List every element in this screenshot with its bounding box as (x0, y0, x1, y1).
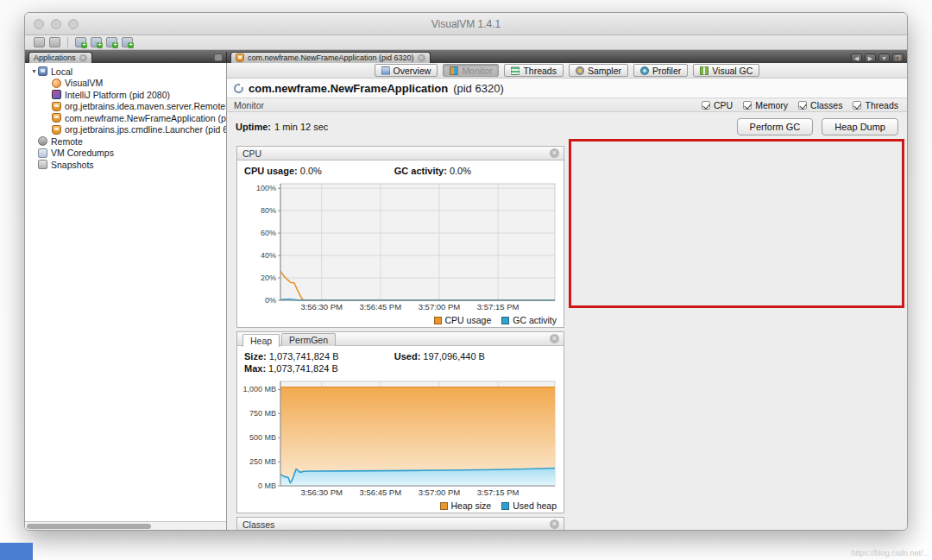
main-content: OverviewMonitorThreadsSamplerProfilerVis… (227, 63, 907, 530)
tree-item-snapshots[interactable]: Snapshots (25, 159, 226, 171)
close-window-button[interactable] (34, 19, 44, 29)
tab-threads[interactable]: Threads (504, 64, 564, 77)
checkbox-label: Memory (755, 100, 788, 110)
scroll-tabs-left-icon[interactable]: ◀ (851, 53, 862, 62)
view-tabs: OverviewMonitorThreadsSamplerProfilerVis… (227, 63, 907, 79)
legend-swatch (501, 317, 509, 324)
checkbox-checked-icon[interactable] (798, 101, 807, 110)
cpu-panel: CPU × CPU usage: 0.0%GC activity: 0.0% 0… (236, 146, 564, 328)
heap-stats: Size: 1,073,741,824 BMax: 1,073,741,824 … (237, 346, 564, 376)
sidebar-tab-area: Applications × (25, 52, 227, 63)
applications-tree: ▼LocalVisualVMIntelliJ Platform (pid 208… (25, 63, 226, 521)
page: VisualVM 1.4.1 ++++ Applications × com.n… (0, 0, 932, 560)
stat-cpu-usage: CPU usage: 0.0% (244, 165, 394, 177)
plus-badge-icon: + (81, 42, 87, 48)
tab-monitor[interactable]: Monitor (443, 64, 499, 77)
tab-visual-gc[interactable]: Visual GC (693, 64, 759, 77)
tab-overview[interactable]: Overview (375, 64, 438, 77)
tab-list-dropdown-icon[interactable]: ▼ (878, 53, 890, 62)
svg-text:3:57:15 PM: 3:57:15 PM (477, 488, 520, 497)
stat-max: Max: 1,073,741,824 B (244, 362, 394, 374)
close-icon[interactable]: × (550, 519, 559, 529)
tree-item-intellij-platform-pid-2080-[interactable]: IntelliJ Platform (pid 2080) (25, 89, 226, 101)
stats-column: GC activity: 0.0% (394, 165, 557, 177)
perform-gc-button[interactable]: Perform GC (737, 118, 814, 135)
svg-text:500 MB: 500 MB (249, 433, 276, 442)
checkbox-threads[interactable]: Threads (853, 100, 898, 110)
plus-badge-icon: + (128, 42, 134, 48)
svg-text:1,000 MB: 1,000 MB (242, 385, 276, 393)
tree-item-vm-coredumps[interactable]: VM Coredumps (25, 148, 226, 160)
svg-text:20%: 20% (261, 274, 276, 282)
classes-panel-title: Classes (242, 519, 550, 530)
tree-item-label: org.jetbrains.idea.maven.server.RemoteMa… (65, 101, 226, 111)
tree-item-visualvm[interactable]: VisualVM (25, 78, 226, 90)
tab-label: Profiler (652, 66, 681, 76)
charts-grid: CPU × CPU usage: 0.0%GC activity: 0.0% 0… (227, 142, 907, 531)
svg-text:40%: 40% (261, 251, 276, 260)
stat-size: Size: 1,073,741,824 B (244, 350, 394, 362)
add-vm-coredump-icon[interactable]: + (106, 37, 117, 47)
tab-sampler[interactable]: Sampler (569, 64, 628, 77)
checkbox-checked-icon[interactable] (702, 101, 710, 110)
scroll-tabs-right-icon[interactable]: ▶ (865, 53, 876, 62)
tab-label: Visual GC (712, 66, 753, 76)
minimize-window-button[interactable] (51, 19, 61, 29)
tab-label: Threads (523, 66, 557, 76)
svg-text:750 MB: 750 MB (249, 409, 276, 418)
traffic-lights (34, 19, 79, 29)
minimize-panel-icon[interactable] (214, 53, 223, 61)
refresh-icon (234, 84, 243, 93)
tab-heap[interactable]: Heap (242, 334, 280, 347)
add-application-icon[interactable]: + (75, 37, 86, 47)
checkbox-label: Threads (865, 100, 898, 110)
svg-text:3:57:00 PM: 3:57:00 PM (419, 488, 461, 497)
expander-icon[interactable]: ▼ (30, 68, 38, 74)
close-icon[interactable]: × (550, 148, 559, 158)
applications-tab[interactable]: Applications × (28, 52, 92, 63)
legend-item: GC activity (501, 315, 557, 325)
tab-strip: Applications × com.newframe.NewFrameAppl… (25, 50, 907, 63)
checkbox-memory[interactable]: Memory (743, 100, 788, 110)
section-title: Monitor (234, 100, 702, 110)
heap-panel: Heap PermGen × Size: 1,073,741,824 BMax:… (236, 331, 564, 513)
zoom-window-button[interactable] (68, 19, 79, 29)
document-tab[interactable]: com.newframe.NewFrameApplication (pid 63… (230, 52, 431, 63)
close-icon[interactable]: × (418, 54, 425, 62)
add-snapshot-icon[interactable]: + (122, 37, 133, 47)
intellij-icon (52, 90, 61, 99)
checkbox-checked-icon[interactable] (853, 101, 861, 110)
tree-item-remote[interactable]: Remote (25, 135, 226, 148)
heap-dump-button[interactable]: Heap Dump (822, 118, 898, 135)
legend-label: GC activity (513, 315, 557, 325)
cpu-panel-header: CPU × (237, 147, 564, 160)
plus-badge-icon: + (112, 42, 118, 48)
checkbox-checked-icon[interactable] (743, 101, 752, 110)
horizontal-scrollbar[interactable] (25, 521, 226, 530)
scrollbar-thumb[interactable] (27, 524, 151, 529)
tab-profiler[interactable]: Profiler (633, 64, 688, 77)
coredump-icon (38, 148, 47, 158)
stat-used: Used: 197,096,440 B (394, 350, 557, 362)
svg-text:60%: 60% (261, 229, 276, 237)
cpu-legend: CPU usageGC activity (237, 313, 564, 327)
add-jmx-connection-icon[interactable]: + (91, 37, 102, 47)
legend-label: Heap size (451, 500, 492, 511)
save-snapshot-icon[interactable] (49, 37, 60, 47)
tree-item-org-jetbrains-idea-maven-serve[interactable]: org.jetbrains.idea.maven.server.RemoteMa… (25, 101, 226, 113)
checkbox-classes[interactable]: Classes (798, 100, 842, 110)
close-icon[interactable]: × (550, 334, 559, 343)
checkbox-cpu[interactable]: CPU (702, 100, 733, 110)
load-snapshot-icon[interactable] (34, 37, 45, 47)
maximize-tab-icon[interactable]: ❐ (892, 53, 904, 62)
metric-checkboxes: CPUMemoryClassesThreads (702, 100, 898, 110)
legend-item: CPU usage (434, 315, 492, 325)
close-icon[interactable]: × (79, 54, 87, 62)
tree-item-com-newframe-newframeapplicati[interactable]: com.newframe.NewFrameApplication (pid 63… (25, 112, 226, 124)
tree-item-local[interactable]: ▼Local (25, 66, 226, 78)
profiler-icon (640, 66, 649, 75)
tree-item-org-jetbrains-jps-cmdline-laun[interactable]: org.jetbrains.jps.cmdline.Launcher (pid … (25, 124, 226, 136)
snapshot-icon (38, 160, 47, 169)
tab-permgen[interactable]: PermGen (281, 333, 336, 346)
visualvm-icon (52, 79, 61, 88)
